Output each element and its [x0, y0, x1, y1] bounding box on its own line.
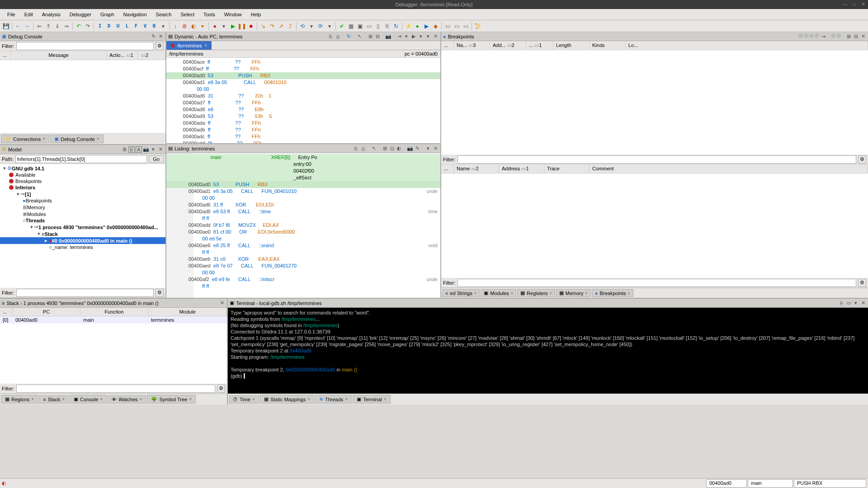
bp-filter-input-2[interactable]	[458, 279, 857, 287]
menu-tools[interactable]: Tools	[199, 10, 220, 19]
menu-graph[interactable]: Graph	[96, 10, 119, 19]
model-tool3-icon[interactable]: A	[136, 146, 142, 153]
bp-clear-all-icon[interactable]	[836, 33, 841, 38]
dyn-play-dropdown-icon[interactable]: ▾	[418, 33, 424, 40]
menu-help[interactable]: Help	[246, 10, 266, 19]
menu-analysis[interactable]: Analysis	[38, 10, 65, 19]
undo-icon[interactable]: ↶	[75, 22, 83, 30]
menu-search[interactable]: Search	[151, 10, 176, 19]
record-icon[interactable]: ●	[211, 22, 219, 30]
model-filter-input[interactable]	[16, 289, 154, 297]
model-tool5-icon[interactable]: ▾	[150, 146, 156, 153]
define-instruction-icon[interactable]: I	[96, 22, 104, 30]
dynamic-listing[interactable]: 00400ace ff ?? FFh 00400acf ff ?? FFh 00…	[166, 58, 440, 143]
stack-filter-input[interactable]	[16, 385, 216, 393]
redo-icon[interactable]: ↷	[84, 22, 92, 30]
lst-toggle-icon[interactable]: ◐	[396, 145, 402, 152]
tab-close-icon[interactable]: ×	[474, 291, 476, 296]
window-close-icon[interactable]: ✕	[860, 1, 866, 7]
save-icon[interactable]: 💾	[2, 22, 10, 30]
model-go-button[interactable]: Go	[149, 155, 164, 163]
debug-console-filter-input[interactable]	[16, 42, 154, 50]
dyn-menu-icon[interactable]: ▾	[425, 33, 431, 40]
play2-icon[interactable]: ●	[413, 22, 421, 30]
tab-close-icon[interactable]: ×	[585, 291, 588, 296]
save3-icon[interactable]: ▭	[453, 22, 461, 30]
dyn-refresh-icon[interactable]: ↻	[345, 33, 352, 40]
dyn-goto-icon[interactable]: ⇥	[396, 33, 402, 40]
record-dropdown-icon[interactable]: ▾	[220, 22, 228, 30]
tab-registers[interactable]: ▦Registers×	[517, 289, 555, 297]
tab-close-icon[interactable]: ×	[42, 136, 45, 141]
static-listing[interactable]: main XREF[5]: Entry Po entry:00	[166, 153, 440, 298]
filter-settings-icon[interactable]: ⚙	[217, 385, 225, 393]
highlight-icon[interactable]: ◐	[189, 22, 198, 30]
model-tree[interactable]: ▾⚙ GNU gdb 14.1 Available Breakpoints In…	[0, 164, 165, 288]
tab-stack[interactable]: ≡Stack×	[39, 395, 69, 404]
stack-row[interactable]: [0] 00400ad0 main termmines	[0, 316, 227, 324]
bp-tool1-icon[interactable]: ↝	[820, 33, 826, 40]
cursor-down-icon[interactable]: ↓	[171, 22, 179, 30]
highlight-dropdown-icon[interactable]: ▾	[198, 22, 207, 30]
tab-close-icon[interactable]: ×	[97, 136, 99, 141]
module-icon[interactable]: ▣	[356, 22, 364, 30]
nav-down-icon[interactable]: ⇓	[53, 22, 61, 30]
terminal-body[interactable]: Type "apropos word" to search for comman…	[228, 308, 868, 394]
filter-settings-icon[interactable]: ⚙	[858, 155, 866, 164]
define-data-icon[interactable]: D	[105, 22, 113, 30]
filter-settings-icon[interactable]: ⚙	[858, 279, 866, 287]
kill-icon[interactable]: ■	[247, 22, 255, 30]
tab-memory[interactable]: ▦Memory×	[556, 289, 591, 297]
define-byte-icon[interactable]: B	[150, 22, 158, 30]
lst-tool1-icon[interactable]: ⊞	[382, 145, 388, 152]
lst-copy-icon[interactable]: ⎘	[353, 145, 359, 152]
dyn-play-icon[interactable]: ▶	[410, 33, 417, 40]
term-menu-icon[interactable]: ▾	[853, 300, 859, 306]
model-tool2-icon[interactable]: E	[128, 146, 135, 153]
menu-window[interactable]: Window	[220, 10, 246, 19]
check-icon[interactable]: ✔	[338, 22, 346, 30]
lst-diff-icon[interactable]: ⊡	[389, 145, 395, 152]
bp-filter-input-1[interactable]	[458, 155, 857, 164]
bp-options-icon[interactable]: ⊟	[853, 33, 859, 40]
nav-up-icon[interactable]: ⇑	[44, 22, 52, 30]
filter-settings-icon[interactable]: ⚙	[156, 42, 164, 50]
window-maximize-icon[interactable]: □	[851, 1, 857, 7]
tab-terminal[interactable]: ▣Terminal×	[353, 395, 390, 404]
bp-clear-icon[interactable]	[831, 33, 835, 38]
memory-view-icon[interactable]: ▦	[347, 22, 355, 30]
dyn-copy-icon[interactable]: ⎘	[327, 33, 334, 40]
tab-console[interactable]: ▣Console×	[70, 395, 107, 404]
model-tool1-icon[interactable]: ⊞	[121, 146, 127, 153]
clear-icon[interactable]: ✎	[150, 33, 156, 40]
bp-disable-icon[interactable]	[809, 33, 814, 38]
tab-symbol-tree[interactable]: 🌳Symbol Tree×	[147, 395, 196, 404]
star-icon[interactable]: ◆	[431, 22, 439, 30]
dyn-paste-icon[interactable]: ⎙	[335, 33, 341, 40]
snapshot-forward-dropdown-icon[interactable]: ▾	[326, 22, 334, 30]
lst-edit-icon[interactable]: ✎	[414, 145, 420, 152]
skip-icon[interactable]: ▶	[422, 22, 430, 30]
refresh2-icon[interactable]: ↻	[392, 22, 400, 30]
tab-defined-strings[interactable]: <ed Strings×	[442, 289, 480, 297]
nav-next-icon[interactable]: ⇒	[62, 22, 71, 30]
close2-icon[interactable]: ▭	[462, 22, 470, 30]
back-icon[interactable]: ←	[14, 22, 22, 30]
resume-icon[interactable]: ▶	[229, 22, 237, 30]
undefine-icon[interactable]: U	[114, 22, 122, 30]
filter-settings-icon[interactable]: ⚙	[156, 289, 164, 297]
interrupt-icon[interactable]: ❚❚	[238, 22, 246, 30]
close-icon[interactable]: ✕	[432, 33, 439, 40]
define-label-icon[interactable]: L	[123, 22, 131, 30]
dyn-tool1-icon[interactable]: ⊞	[367, 33, 373, 40]
tab-watches[interactable]: 👁Watches×	[108, 395, 146, 404]
save2-icon[interactable]: ▭	[443, 22, 452, 30]
step-over-icon[interactable]: ↷	[268, 22, 276, 30]
menu-select[interactable]: Select	[176, 10, 199, 19]
menu-file[interactable]: File	[3, 10, 20, 19]
nav-prev-icon[interactable]: ⇐	[35, 22, 43, 30]
tab-breakpoints[interactable]: ●Breakpoints×	[592, 289, 633, 297]
dropdown-icon[interactable]: ▾	[159, 22, 167, 30]
lst-camera-icon[interactable]: 📷	[407, 145, 413, 152]
window-icon[interactable]: ▭	[365, 22, 373, 30]
